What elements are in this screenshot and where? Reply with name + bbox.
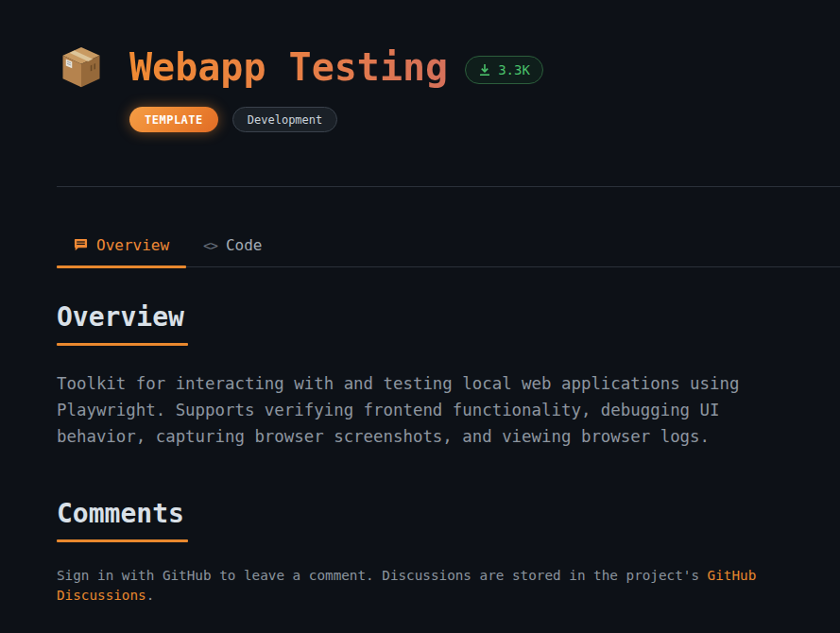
overview-heading: Overview (57, 302, 840, 333)
tab-code[interactable]: <> Code (186, 229, 279, 266)
project-page: Webapp Testing 3.3K TEMPLATE Development… (0, 0, 840, 633)
project-header: Webapp Testing 3.3K (57, 43, 840, 92)
overview-section: Overview Toolkit for interacting with an… (57, 302, 840, 450)
downloads-count: 3.3K (498, 62, 530, 77)
tag-template[interactable]: TEMPLATE (129, 107, 218, 132)
comments-heading-rule (57, 539, 188, 542)
tab-bar: Overview <> Code (57, 229, 840, 267)
downloads-badge: 3.3K (465, 56, 543, 84)
comments-heading: Comments (57, 499, 840, 529)
code-icon: <> (203, 238, 217, 253)
overview-heading-rule (57, 343, 188, 346)
comment-icon (74, 238, 88, 252)
tab-code-label: Code (226, 236, 263, 254)
tag-development[interactable]: Development (232, 107, 337, 132)
tag-list: TEMPLATE Development (129, 107, 840, 132)
download-icon (478, 63, 491, 77)
page-title: Webapp Testing (129, 46, 448, 88)
overview-description: Toolkit for interacting with and testing… (57, 370, 761, 450)
comments-section: Comments Sign in with GitHub to leave a … (57, 499, 840, 606)
signin-message: Sign in with GitHub to leave a comment. … (57, 566, 777, 606)
header-divider (57, 186, 840, 187)
signin-message-suffix: . (146, 588, 155, 603)
tab-overview-label: Overview (96, 236, 169, 254)
signin-message-prefix: Sign in with GitHub to leave a comment. … (57, 568, 708, 583)
tab-overview[interactable]: Overview (57, 229, 186, 266)
package-icon (57, 43, 106, 92)
